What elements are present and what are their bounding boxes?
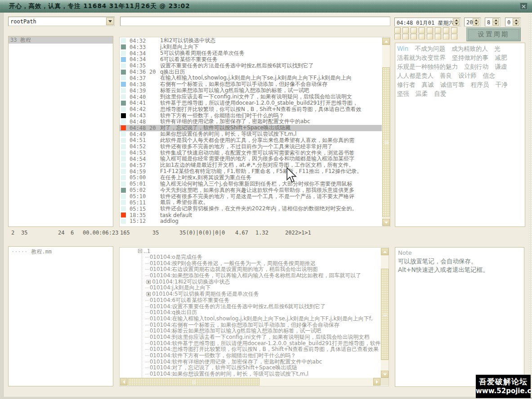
scroll-down-button[interactable] bbox=[382, 219, 390, 226]
tree-node[interactable]: 010104:6可以看某些不重要任务 bbox=[120, 297, 380, 304]
scroll-right-button[interactable] bbox=[373, 378, 380, 386]
tree-node[interactable]: 010104:在输入框输入tool,showlog,j,k则是向上向下se,j,… bbox=[120, 316, 380, 322]
task-log-row[interactable]: 04:32 1和2可以切换选中状态 bbox=[120, 38, 382, 44]
tag-word[interactable]: 信念 bbox=[483, 71, 495, 80]
log-tree-panel[interactable]: ..1 010104:o是完成任务 010104:按P则会将任务推迟，一般任务为… bbox=[119, 247, 389, 386]
tag-word[interactable]: 成为精致的人 bbox=[452, 44, 488, 53]
tree-node[interactable]: 010104:思维导图打开比较繁琐，你可以按N，B，Shift+N查看当前导图，… bbox=[120, 346, 380, 353]
tag-word[interactable]: 设计师 bbox=[458, 71, 477, 80]
scroll-down-button[interactable] bbox=[381, 371, 389, 378]
task-log-row[interactable]: 04:35 设置不重要任务的方法是任务选中时按z,然后按6就可以找到它了 bbox=[120, 62, 382, 69]
task-list-item[interactable]: 33 教程 bbox=[9, 36, 113, 44]
tree-node[interactable]: 010104:设置不重要任务的方法是任务选中时按z,然后按6就可以找到它了 bbox=[120, 303, 380, 310]
task-log-row[interactable]: 04:38 右侧有一个标签云，如果你想添加可以手动添加，但好像不会自动保存 bbox=[120, 81, 382, 88]
spin-up-button[interactable] bbox=[453, 18, 460, 22]
task-log-row[interactable]: 05:00 在任务上时按x,则将其设置为重点任务 bbox=[120, 175, 382, 181]
tree-node[interactable]: 010104:软件有详细的使用记录，加密保存了，密匙时配置文件中的abc bbox=[120, 359, 380, 365]
dropdown-button[interactable] bbox=[106, 18, 114, 25]
period-checkbox[interactable] bbox=[427, 34, 433, 40]
mindmap-file-panel[interactable]: 教程.mm bbox=[8, 246, 113, 386]
period-checkbox[interactable] bbox=[435, 27, 441, 33]
task-log-row[interactable]: 04:37 在输入框输入tool,showlog,j,k则是向上向下se,j,k… bbox=[120, 75, 382, 81]
task-log-row[interactable]: 18:35 task default bbox=[120, 212, 382, 218]
spin-down-button[interactable] bbox=[473, 22, 479, 26]
tag-word[interactable]: 程序员 bbox=[471, 80, 489, 89]
task-list-panel[interactable]: 33 教程 bbox=[8, 36, 113, 227]
tag-word[interactable]: 不成为问题 bbox=[415, 44, 445, 53]
task-log-row[interactable]: 04:51 此软件是我个人每天都会使用的工具，分享出来也是希望有人喜欢，如果你真… bbox=[120, 137, 382, 144]
tree-node[interactable]: 010104:5可以切换看周期任务还是单次任务 bbox=[120, 291, 380, 297]
task-log-row[interactable]: 04:53 软件集成了快速启动功能，在配置文件里可以填写需要索引的文件夹，浏览器… bbox=[120, 150, 382, 156]
tag-word[interactable]: 真诚 bbox=[422, 80, 434, 89]
expand-icon[interactable] bbox=[147, 292, 151, 296]
spin-down-button[interactable] bbox=[492, 22, 499, 26]
task-log-row[interactable]: 04:39 标签云如果想添加可以输入g然后输入想添加的标签，试一试吧 bbox=[120, 88, 382, 94]
tree-vertical-scrollbar[interactable] bbox=[381, 248, 389, 378]
task-log-row[interactable]: 04:59 F1-F12某些也有特定功能，F1,帮助，F重命名，F5刷新，F11… bbox=[120, 168, 382, 175]
datetime-spinner[interactable]: 04:48 01月01 星期六 bbox=[394, 18, 461, 27]
tree-node[interactable]: 010104:软件基于思维导图，所以请使用docear-1.2.0.0_stab… bbox=[120, 340, 380, 346]
tree-node[interactable]: 010104:标签云如果想添加可以输入g然后输入想添加的标签，试一试吧 bbox=[120, 328, 380, 334]
note-panel[interactable]: Note 可以放置笔记，会自动保存。 Alt+N快速进入或者退出笔记框。 bbox=[395, 247, 524, 387]
tree-node[interactable]: 010104:右边设置周期右边就是设置周期的地方，稍后我会给出说明图 bbox=[120, 266, 380, 273]
task-log-row[interactable]: 05:01 输入框无论何时输入三个j,会帮你重新回到任务栏，大部分时候你不需要使… bbox=[120, 181, 382, 187]
period-spinner-a[interactable]: 20 bbox=[464, 18, 481, 27]
scroll-up-button[interactable] bbox=[382, 38, 390, 45]
tree-node[interactable]: 010104:软件下方有一些数字，你能猜出他们时干什么的吗？ bbox=[120, 353, 380, 359]
command-input[interactable] bbox=[120, 17, 390, 26]
spin-buttons[interactable] bbox=[473, 18, 479, 26]
task-log-row[interactable]: 04:48 20 对了，忘记说了，软件可以按Shift+Space唤出或隐藏 bbox=[120, 125, 382, 131]
tag-word[interactable]: 光 bbox=[494, 44, 501, 53]
tree-node[interactable]: 010104:如果你想设置任务的时间，时长，等级可以尝试按下t,m,l bbox=[120, 371, 380, 377]
period-checkbox[interactable] bbox=[402, 27, 409, 33]
title-bar[interactable]: 开心，高效，认真，专注 11684 31年11月26天 @ 23:02 bbox=[0, 0, 532, 13]
root-path-select[interactable]: rootPath bbox=[8, 17, 115, 26]
scroll-left-button[interactable] bbox=[120, 378, 127, 386]
tag-word[interactable]: Win bbox=[397, 44, 408, 53]
tree-node[interactable]: 010104:右侧有一个标签云，如果你想添加可以手动添加，但好像不会自动保存 bbox=[120, 322, 380, 328]
tree-node[interactable]: 010104:q换出日历 bbox=[120, 310, 380, 316]
period-checkbox[interactable] bbox=[451, 27, 457, 33]
period-checkbox[interactable] bbox=[394, 34, 401, 40]
tag-word[interactable]: 自爱 bbox=[434, 89, 446, 98]
tree-node[interactable]: 010104:按P则会将任务推迟，一般任务为一天，周期任务按周期推迟 bbox=[120, 260, 380, 266]
task-log-row[interactable]: 04:42 思维导图打开比较繁琐，你可以按N，B，Shift+N查看当前导图，具… bbox=[120, 106, 382, 112]
set-period-button[interactable]: 设置周期 bbox=[466, 27, 521, 41]
period-spinner-c[interactable]: 0 bbox=[505, 18, 521, 27]
tag-word[interactable]: 乐观是一种独特的魅力 bbox=[397, 62, 458, 71]
spin-down-button[interactable] bbox=[453, 22, 460, 26]
spin-down-button[interactable] bbox=[513, 22, 519, 26]
scroll-up-button[interactable] bbox=[381, 248, 389, 255]
spin-up-button[interactable] bbox=[473, 18, 479, 22]
tag-word[interactable]: 干净 bbox=[495, 80, 507, 89]
tag-word[interactable]: 人人都是贵人 bbox=[397, 71, 434, 80]
period-spinner-b[interactable]: 8 bbox=[485, 18, 501, 27]
task-log-row[interactable]: 04:40 到这里你应该去看一下config.ini文件了，如果有说明疑问，后续… bbox=[120, 94, 382, 100]
tag-word[interactable]: 谦虚 bbox=[495, 62, 507, 71]
task-log-row[interactable]: 04:36 20 q换出日历 bbox=[120, 69, 382, 75]
tag-word[interactable]: 减肥 bbox=[495, 53, 507, 62]
tag-word[interactable]: 立刻行动 bbox=[464, 62, 488, 71]
task-log-row[interactable]: 15:12 addlog bbox=[120, 218, 382, 224]
task-log-row[interactable]: 05:10 软件还有很多不完美的地方，可是这是一个工具，不是一个产品，请不要太严… bbox=[120, 193, 382, 200]
task-log-row[interactable]: 05:11 最后，希望你喜欢。 bbox=[120, 200, 382, 206]
task-log-row[interactable]: 04:34 5可以切换看周期任务还是单次任务 bbox=[120, 50, 382, 57]
period-checkbox[interactable] bbox=[443, 27, 449, 33]
period-checkbox[interactable] bbox=[411, 27, 417, 33]
scrollbar-thumb[interactable] bbox=[381, 269, 389, 360]
tree-root-node[interactable]: ..1 bbox=[120, 248, 380, 254]
period-checkbox[interactable] bbox=[394, 27, 401, 33]
log-vertical-scrollbar[interactable] bbox=[382, 38, 390, 226]
task-log-row[interactable]: 04:57 比如1左边的键是最近打开文档，at,#,*,分别对应导图，工作区文档… bbox=[120, 162, 382, 168]
task-log-row[interactable]: 05:02 今天先到这里吧，如果你真的有兴趣让这款软件今后帮助你，那我很乐意提供… bbox=[120, 187, 382, 193]
tag-word[interactable]: 活着就为改变世界 bbox=[397, 53, 446, 62]
task-log-row[interactable]: 04:49 如果你想设置任务的时间，时长，等级可以尝试按下t,m,l bbox=[120, 131, 382, 137]
tag-cloud-panel[interactable]: Win 不成为问题 成为精致的人 光 活着就为改变世界 坚持做对的事 减肥 乐观… bbox=[395, 43, 525, 227]
task-log-row[interactable]: 04:48 软件有详细的使用记录，加密保存了，密匙时配置文件中的abc bbox=[120, 119, 382, 125]
tag-word[interactable]: 善良 bbox=[440, 71, 452, 80]
tree-node[interactable]: 010104:对了，忘记说了，软件可以按Shift+Space唤出或隐 bbox=[120, 365, 380, 371]
period-checkbox[interactable] bbox=[419, 27, 425, 33]
period-checkbox[interactable] bbox=[451, 34, 457, 40]
task-log-row[interactable]: 04:54 输入框可能是你经常需要使用的地方，因为很多命令和功能都是输入框添加某… bbox=[120, 156, 382, 162]
tag-word[interactable]: 坚持做对的事 bbox=[452, 53, 488, 62]
